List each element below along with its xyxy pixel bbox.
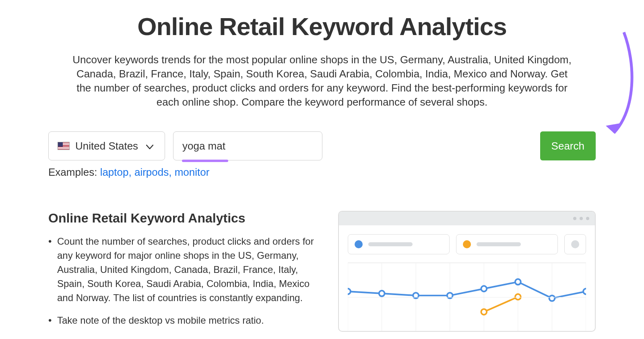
svg-point-10 bbox=[379, 291, 385, 296]
preview-window-header bbox=[339, 212, 595, 225]
example-link-laptop[interactable]: laptop bbox=[100, 166, 129, 178]
preview-chart bbox=[348, 262, 586, 331]
example-link-airpods[interactable]: airpods bbox=[134, 166, 169, 178]
series-dot-grey-icon bbox=[571, 240, 579, 248]
country-select[interactable]: United States bbox=[48, 131, 165, 160]
placeholder-bar bbox=[368, 242, 413, 246]
info-bullet: Count the number of searches, product cl… bbox=[48, 235, 318, 305]
preview-pill-grey bbox=[564, 234, 586, 254]
svg-point-17 bbox=[481, 309, 487, 315]
svg-point-16 bbox=[583, 289, 586, 294]
series-dot-blue-icon bbox=[355, 240, 363, 248]
window-dot-icon bbox=[573, 217, 576, 220]
svg-point-9 bbox=[348, 289, 351, 294]
preview-mock bbox=[338, 211, 596, 332]
info-bullet: Take note of the desktop vs mobile metri… bbox=[48, 314, 318, 328]
example-link-monitor[interactable]: monitor bbox=[175, 166, 210, 178]
preview-pill-row bbox=[348, 234, 586, 254]
preview-pill-blue bbox=[348, 234, 450, 254]
window-dot-icon bbox=[586, 217, 589, 220]
highlight-underline bbox=[182, 160, 228, 162]
svg-point-13 bbox=[481, 286, 487, 292]
chevron-down-icon bbox=[146, 140, 153, 152]
info-column: Online Retail Keyword Analytics Count th… bbox=[48, 211, 318, 337]
examples-label: Examples: bbox=[48, 166, 97, 178]
series-dot-orange-icon bbox=[463, 240, 471, 248]
svg-point-11 bbox=[413, 293, 419, 299]
svg-point-15 bbox=[549, 295, 555, 301]
svg-point-14 bbox=[515, 279, 521, 285]
page-title: Online Retail Keyword Analytics bbox=[48, 12, 596, 41]
keyword-input[interactable] bbox=[173, 131, 322, 160]
search-row: United States Search bbox=[48, 131, 596, 160]
page-subtitle: Uncover keywords trends for the most pop… bbox=[68, 53, 576, 109]
country-label: United States bbox=[75, 140, 138, 152]
placeholder-bar bbox=[477, 242, 521, 246]
svg-point-12 bbox=[447, 293, 453, 299]
info-heading: Online Retail Keyword Analytics bbox=[48, 211, 318, 226]
window-dot-icon bbox=[580, 217, 583, 220]
examples-row: Examples: laptop, airpods, monitor bbox=[48, 166, 596, 179]
search-button[interactable]: Search bbox=[540, 131, 596, 160]
us-flag-icon bbox=[58, 142, 70, 150]
preview-pill-orange bbox=[456, 234, 558, 254]
